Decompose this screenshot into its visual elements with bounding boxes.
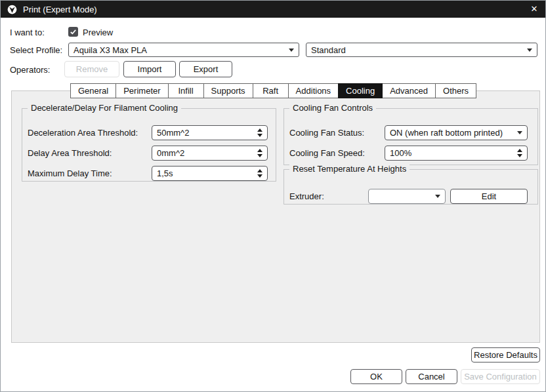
remove-button[interactable]: Remove	[64, 61, 119, 77]
i-want-to-label: I want to:	[10, 28, 45, 37]
tab-general[interactable]: General	[70, 83, 116, 98]
spinner-arrows	[517, 149, 522, 157]
cooling-tab-panel: Decelerate/Delay For Filament Cooling De…	[11, 90, 540, 343]
import-button[interactable]: Import	[123, 61, 176, 77]
cooling-fan-controls-group: Cooling Fan Controls Cooling Fan Status:…	[284, 108, 538, 165]
tab-others[interactable]: Others	[435, 83, 476, 98]
save-configuration-button[interactable]: Save Configuration	[461, 369, 540, 384]
maximum-delay-time-spinner[interactable]: 1,5s	[152, 166, 268, 181]
tab-raft[interactable]: Raft	[253, 83, 289, 98]
delay-area-threshold-label: Delay Area Threshold:	[28, 148, 112, 158]
chevron-down-icon	[527, 49, 532, 52]
extruder-label: Extruder:	[289, 191, 324, 201]
ok-button[interactable]: OK	[350, 369, 402, 384]
cooling-fan-speed-label: Cooling Fan Speed:	[289, 148, 365, 158]
check-icon	[70, 28, 77, 35]
spin-down-icon[interactable]	[257, 154, 262, 157]
select-profile-label: Select Profile:	[10, 45, 62, 55]
spinner-arrows	[257, 169, 262, 178]
tab-supports[interactable]: Supports	[203, 83, 253, 98]
edit-button[interactable]: Edit	[450, 189, 528, 204]
maximum-delay-time-value: 1,5s	[157, 168, 173, 178]
tab-cooling[interactable]: Cooling	[338, 83, 383, 98]
spin-up-icon[interactable]	[257, 128, 262, 132]
spin-down-icon[interactable]	[257, 134, 262, 137]
spin-down-icon[interactable]	[257, 174, 262, 178]
tab-infill[interactable]: Infill	[168, 83, 204, 98]
tab-advanced[interactable]: Advanced	[382, 83, 436, 98]
spinner-arrows	[257, 149, 262, 157]
spin-up-icon[interactable]	[257, 169, 262, 172]
spin-down-icon[interactable]	[517, 154, 522, 157]
delay-area-threshold-spinner[interactable]: 0mm^2	[152, 146, 268, 161]
decel-delay-group-title: Decelerate/Delay For Filament Cooling	[28, 103, 181, 113]
title-bar: Print (Expert Mode) ✕	[1, 1, 545, 18]
profile-select[interactable]: Aquila X3 Max PLA	[68, 43, 299, 57]
quality-select-value: Standard	[311, 45, 346, 55]
reset-temperature-group: Reset Temperature At Heights Extruder: E…	[284, 169, 538, 205]
print-dialog: Print (Expert Mode) ✕ I want to: Preview…	[0, 0, 546, 392]
cooling-fan-speed-value: 100%	[390, 148, 411, 158]
delay-area-threshold-value: 0mm^2	[157, 148, 184, 158]
cancel-button[interactable]: Cancel	[406, 369, 457, 384]
cooling-fan-controls-title: Cooling Fan Controls	[289, 103, 376, 113]
restore-defaults-button[interactable]: Restore Defaults	[471, 347, 540, 363]
window-title: Print (Expert Mode)	[23, 5, 97, 14]
spin-up-icon[interactable]	[257, 149, 262, 152]
tab-additions[interactable]: Additions	[288, 83, 339, 98]
tab-perimeter[interactable]: Perimeter	[116, 83, 168, 98]
spinner-arrows	[257, 128, 262, 137]
profile-select-value: Aquila X3 Max PLA	[74, 45, 147, 55]
chevron-down-icon	[435, 195, 440, 198]
spin-up-icon[interactable]	[517, 149, 522, 152]
settings-tabbar: General Perimeter Infill Supports Raft A…	[1, 83, 545, 98]
decel-delay-group: Decelerate/Delay For Filament Cooling De…	[22, 108, 276, 182]
cooling-fan-status-value: ON (when raft bottom printed)	[390, 128, 503, 138]
close-icon[interactable]: ✕	[523, 1, 545, 18]
operators-label: Operators:	[10, 65, 50, 75]
cooling-fan-speed-spinner[interactable]: 100%	[385, 146, 528, 161]
chevron-down-icon	[517, 131, 522, 134]
extruder-select[interactable]	[368, 189, 446, 204]
app-logo-icon	[7, 5, 17, 14]
deceleration-area-threshold-label: Deceleration Area Threshold:	[28, 128, 138, 138]
chevron-down-icon	[289, 49, 294, 52]
quality-select[interactable]: Standard	[306, 43, 537, 57]
deceleration-area-threshold-value: 50mm^2	[157, 128, 189, 138]
deceleration-area-threshold-spinner[interactable]: 50mm^2	[152, 125, 268, 140]
reset-temperature-title: Reset Temperature At Heights	[289, 164, 410, 174]
cooling-fan-status-label: Cooling Fan Status:	[289, 128, 364, 138]
export-button[interactable]: Export	[179, 61, 232, 77]
preview-checkbox[interactable]	[68, 27, 78, 37]
maximum-delay-time-label: Maximum Delay Time:	[28, 168, 112, 178]
preview-label: Preview	[83, 28, 113, 37]
cooling-fan-status-select[interactable]: ON (when raft bottom printed)	[385, 125, 528, 140]
